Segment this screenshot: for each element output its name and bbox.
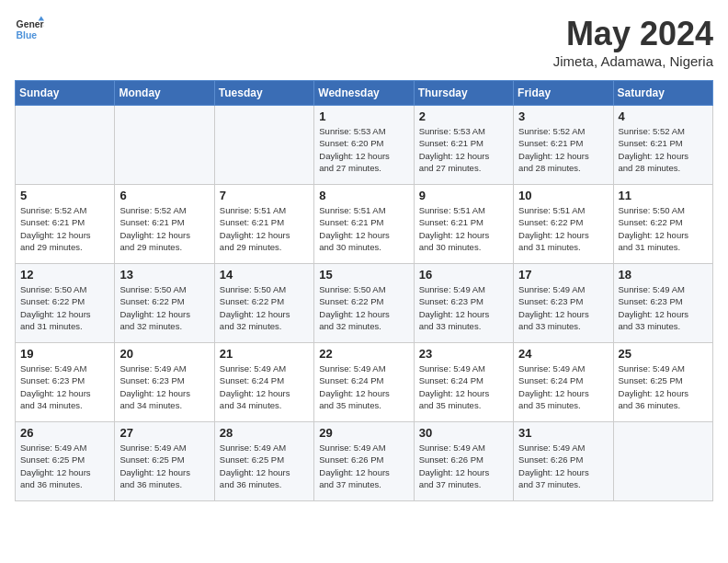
- cell-sun-info: Sunrise: 5:49 AM Sunset: 6:23 PM Dayligh…: [20, 362, 109, 411]
- calendar-cell: 30Sunrise: 5:49 AM Sunset: 6:26 PM Dayli…: [414, 422, 513, 501]
- calendar-week-row: 1Sunrise: 5:53 AM Sunset: 6:20 PM Daylig…: [16, 106, 713, 185]
- calendar-table: SundayMondayTuesdayWednesdayThursdayFrid…: [15, 80, 713, 501]
- cell-sun-info: Sunrise: 5:49 AM Sunset: 6:26 PM Dayligh…: [319, 442, 408, 490]
- calendar-cell: 7Sunrise: 5:51 AM Sunset: 6:21 PM Daylig…: [214, 185, 313, 264]
- calendar-cell: 17Sunrise: 5:49 AM Sunset: 6:23 PM Dayli…: [514, 264, 613, 343]
- calendar-cell: 20Sunrise: 5:49 AM Sunset: 6:23 PM Dayli…: [115, 343, 214, 422]
- cell-sun-info: Sunrise: 5:49 AM Sunset: 6:24 PM Dayligh…: [220, 362, 309, 411]
- calendar-cell: 26Sunrise: 5:49 AM Sunset: 6:25 PM Dayli…: [16, 422, 115, 501]
- day-number: 3: [518, 109, 608, 123]
- cell-sun-info: Sunrise: 5:50 AM Sunset: 6:22 PM Dayligh…: [619, 204, 708, 253]
- day-number: 30: [419, 426, 508, 440]
- day-number: 2: [419, 109, 508, 123]
- calendar-cell: 21Sunrise: 5:49 AM Sunset: 6:24 PM Dayli…: [214, 343, 313, 422]
- svg-marker-2: [39, 17, 44, 21]
- cell-sun-info: Sunrise: 5:51 AM Sunset: 6:22 PM Dayligh…: [518, 204, 608, 253]
- calendar-cell: 2Sunrise: 5:53 AM Sunset: 6:21 PM Daylig…: [414, 106, 513, 185]
- calendar-cell: 13Sunrise: 5:50 AM Sunset: 6:22 PM Dayli…: [115, 264, 214, 343]
- day-of-week-header: Tuesday: [214, 81, 313, 106]
- day-number: 1: [319, 109, 408, 123]
- day-number: 26: [20, 426, 109, 440]
- cell-sun-info: Sunrise: 5:49 AM Sunset: 6:24 PM Dayligh…: [419, 362, 508, 411]
- svg-text:Blue: Blue: [17, 30, 38, 40]
- calendar-cell: 27Sunrise: 5:49 AM Sunset: 6:25 PM Dayli…: [115, 422, 214, 501]
- calendar-cell: 4Sunrise: 5:52 AM Sunset: 6:21 PM Daylig…: [613, 106, 712, 185]
- day-number: 20: [119, 347, 209, 361]
- day-number: 27: [119, 426, 209, 440]
- day-of-week-header: Friday: [514, 81, 613, 106]
- day-number: 15: [319, 268, 408, 282]
- cell-sun-info: Sunrise: 5:52 AM Sunset: 6:21 PM Dayligh…: [619, 125, 708, 174]
- cell-sun-info: Sunrise: 5:50 AM Sunset: 6:22 PM Dayligh…: [119, 283, 209, 332]
- day-number: 19: [20, 347, 109, 361]
- calendar-cell: [16, 106, 115, 185]
- calendar-cell: 31Sunrise: 5:49 AM Sunset: 6:26 PM Dayli…: [514, 422, 613, 501]
- day-number: 13: [119, 268, 209, 282]
- day-number: 29: [319, 426, 408, 440]
- svg-text:General: General: [17, 19, 44, 29]
- calendar-cell: 22Sunrise: 5:49 AM Sunset: 6:24 PM Dayli…: [314, 343, 414, 422]
- cell-sun-info: Sunrise: 5:51 AM Sunset: 6:21 PM Dayligh…: [220, 204, 309, 253]
- day-of-week-header: Monday: [115, 81, 214, 106]
- day-number: 9: [419, 189, 508, 202]
- cell-sun-info: Sunrise: 5:52 AM Sunset: 6:21 PM Dayligh…: [119, 204, 209, 253]
- cell-sun-info: Sunrise: 5:49 AM Sunset: 6:23 PM Dayligh…: [619, 283, 708, 332]
- day-number: 10: [518, 189, 608, 202]
- cell-sun-info: Sunrise: 5:49 AM Sunset: 6:25 PM Dayligh…: [619, 362, 708, 411]
- calendar-cell: [115, 106, 214, 185]
- page-header: General Blue May 2024 Jimeta, Adamawa, N…: [15, 15, 713, 69]
- day-number: 11: [619, 189, 708, 202]
- calendar-cell: 14Sunrise: 5:50 AM Sunset: 6:22 PM Dayli…: [214, 264, 313, 343]
- calendar-cell: 18Sunrise: 5:49 AM Sunset: 6:23 PM Dayli…: [613, 264, 712, 343]
- cell-sun-info: Sunrise: 5:50 AM Sunset: 6:22 PM Dayligh…: [319, 283, 408, 332]
- calendar-cell: 1Sunrise: 5:53 AM Sunset: 6:20 PM Daylig…: [314, 106, 414, 185]
- logo: General Blue: [15, 15, 44, 44]
- cell-sun-info: Sunrise: 5:49 AM Sunset: 6:26 PM Dayligh…: [518, 442, 608, 490]
- calendar-cell: 12Sunrise: 5:50 AM Sunset: 6:22 PM Dayli…: [16, 264, 115, 343]
- day-number: 8: [319, 189, 408, 202]
- day-number: 24: [518, 347, 608, 361]
- day-number: 18: [619, 268, 708, 282]
- cell-sun-info: Sunrise: 5:49 AM Sunset: 6:23 PM Dayligh…: [419, 283, 508, 332]
- cell-sun-info: Sunrise: 5:49 AM Sunset: 6:23 PM Dayligh…: [119, 362, 209, 411]
- day-number: 17: [518, 268, 608, 282]
- day-number: 12: [20, 268, 109, 282]
- calendar-body: 1Sunrise: 5:53 AM Sunset: 6:20 PM Daylig…: [16, 106, 713, 501]
- day-of-week-header: Saturday: [613, 81, 712, 106]
- day-of-week-header: Sunday: [16, 81, 115, 106]
- calendar-cell: 24Sunrise: 5:49 AM Sunset: 6:24 PM Dayli…: [514, 343, 613, 422]
- month-title: May 2024: [553, 15, 713, 53]
- title-block: May 2024 Jimeta, Adamawa, Nigeria: [553, 15, 713, 69]
- calendar-cell: 16Sunrise: 5:49 AM Sunset: 6:23 PM Dayli…: [414, 264, 513, 343]
- day-number: 25: [619, 347, 708, 361]
- day-of-week-header: Thursday: [414, 81, 513, 106]
- calendar-cell: 25Sunrise: 5:49 AM Sunset: 6:25 PM Dayli…: [613, 343, 712, 422]
- day-number: 16: [419, 268, 508, 282]
- day-number: 6: [119, 189, 209, 202]
- calendar-cell: [214, 106, 313, 185]
- calendar-cell: [613, 422, 712, 501]
- day-of-week-header: Wednesday: [314, 81, 414, 106]
- cell-sun-info: Sunrise: 5:51 AM Sunset: 6:21 PM Dayligh…: [319, 204, 408, 253]
- calendar-cell: 15Sunrise: 5:50 AM Sunset: 6:22 PM Dayli…: [314, 264, 414, 343]
- cell-sun-info: Sunrise: 5:50 AM Sunset: 6:22 PM Dayligh…: [220, 283, 309, 332]
- day-number: 5: [20, 189, 109, 202]
- cell-sun-info: Sunrise: 5:49 AM Sunset: 6:25 PM Dayligh…: [119, 442, 209, 490]
- day-number: 21: [220, 347, 309, 361]
- cell-sun-info: Sunrise: 5:52 AM Sunset: 6:21 PM Dayligh…: [20, 204, 109, 253]
- calendar-cell: 9Sunrise: 5:51 AM Sunset: 6:21 PM Daylig…: [414, 185, 513, 264]
- calendar-week-row: 26Sunrise: 5:49 AM Sunset: 6:25 PM Dayli…: [16, 422, 713, 501]
- calendar-cell: 3Sunrise: 5:52 AM Sunset: 6:21 PM Daylig…: [514, 106, 613, 185]
- calendar-cell: 29Sunrise: 5:49 AM Sunset: 6:26 PM Dayli…: [314, 422, 414, 501]
- cell-sun-info: Sunrise: 5:49 AM Sunset: 6:26 PM Dayligh…: [419, 442, 508, 490]
- day-number: 7: [220, 189, 309, 202]
- cell-sun-info: Sunrise: 5:49 AM Sunset: 6:23 PM Dayligh…: [518, 283, 608, 332]
- cell-sun-info: Sunrise: 5:49 AM Sunset: 6:24 PM Dayligh…: [518, 362, 608, 411]
- calendar-cell: 10Sunrise: 5:51 AM Sunset: 6:22 PM Dayli…: [514, 185, 613, 264]
- calendar-cell: 28Sunrise: 5:49 AM Sunset: 6:25 PM Dayli…: [214, 422, 313, 501]
- cell-sun-info: Sunrise: 5:53 AM Sunset: 6:21 PM Dayligh…: [419, 125, 508, 174]
- day-number: 31: [518, 426, 608, 440]
- cell-sun-info: Sunrise: 5:49 AM Sunset: 6:25 PM Dayligh…: [20, 442, 109, 490]
- day-number: 22: [319, 347, 408, 361]
- cell-sun-info: Sunrise: 5:49 AM Sunset: 6:24 PM Dayligh…: [319, 362, 408, 411]
